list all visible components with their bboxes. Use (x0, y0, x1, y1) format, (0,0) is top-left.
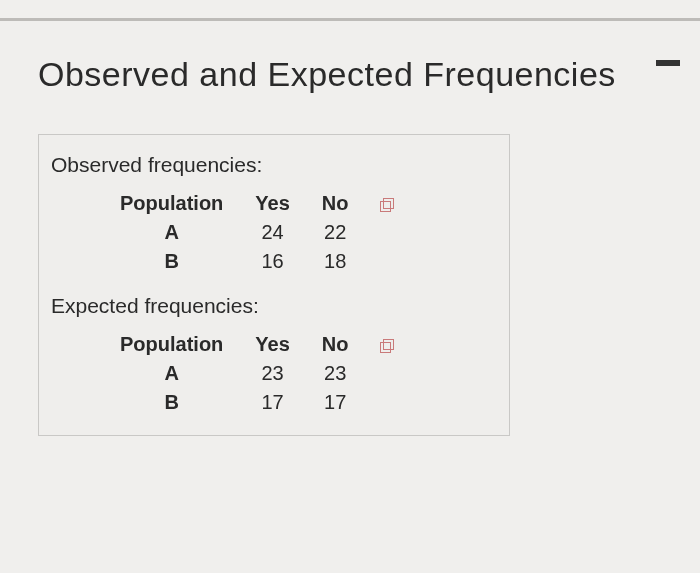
row-label: A (104, 218, 239, 247)
observed-label: Observed frequencies: (49, 149, 499, 189)
cell-value: 16 (239, 247, 305, 276)
col-yes: Yes (239, 330, 305, 359)
cell-value: 18 (306, 247, 365, 276)
page-title: Observed and Expected Frequencies (0, 0, 700, 94)
table-row: A 23 23 (104, 359, 410, 388)
observed-table: Population Yes No A 24 22 B 16 18 (104, 189, 410, 276)
copy-icon[interactable] (380, 198, 394, 212)
cell-value: 17 (239, 388, 305, 417)
expected-label: Expected frequencies: (49, 276, 499, 330)
minimize-icon (656, 60, 680, 66)
col-population: Population (104, 189, 239, 218)
row-label: A (104, 359, 239, 388)
col-yes: Yes (239, 189, 305, 218)
expected-table: Population Yes No A 23 23 B 17 17 (104, 330, 410, 417)
table-row: B 17 17 (104, 388, 410, 417)
copy-icon[interactable] (380, 339, 394, 353)
cell-value: 17 (306, 388, 365, 417)
divider-line (0, 18, 700, 21)
table-row: Population Yes No (104, 330, 410, 359)
col-no: No (306, 189, 365, 218)
col-population: Population (104, 330, 239, 359)
cell-value: 22 (306, 218, 365, 247)
frequencies-frame: Observed frequencies: Population Yes No … (38, 134, 510, 436)
row-label: B (104, 388, 239, 417)
col-no: No (306, 330, 365, 359)
table-row: Population Yes No (104, 189, 410, 218)
cell-value: 23 (239, 359, 305, 388)
table-row: A 24 22 (104, 218, 410, 247)
cell-value: 23 (306, 359, 365, 388)
cell-value: 24 (239, 218, 305, 247)
row-label: B (104, 247, 239, 276)
table-row: B 16 18 (104, 247, 410, 276)
